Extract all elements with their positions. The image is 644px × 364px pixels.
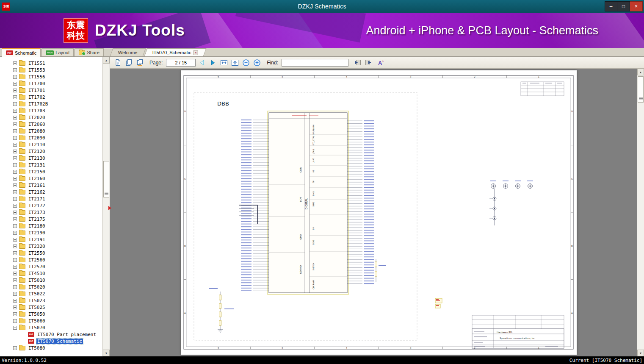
schematic-page[interactable]: 665544332211DDCCBBAADBBDIGITALCCIRLCMGPI… bbox=[181, 70, 577, 355]
tree-expander-icon[interactable]: + bbox=[13, 265, 17, 269]
tree-item-folder[interactable]: +IT1702B bbox=[0, 100, 102, 107]
fit-page-button[interactable] bbox=[230, 58, 240, 67]
tree-item-folder[interactable]: +IT1553 bbox=[0, 67, 102, 73]
tree-item-pdf[interactable]: PDFIT5070_Schematic bbox=[0, 338, 102, 345]
tree-item-folder[interactable]: +IT2173 bbox=[0, 209, 102, 216]
tree-expander-icon[interactable]: + bbox=[13, 204, 17, 208]
find-input[interactable] bbox=[282, 59, 348, 67]
tree-expander-icon[interactable]: + bbox=[13, 312, 17, 316]
find-previous-icon[interactable] bbox=[353, 58, 362, 67]
tree-item-folder[interactable]: −IT5070 bbox=[0, 324, 102, 331]
tree-expander-icon[interactable]: + bbox=[13, 75, 17, 79]
scrollbar-thumb[interactable] bbox=[103, 161, 109, 197]
tree-expander-icon[interactable]: + bbox=[13, 150, 17, 153]
tree-item-folder[interactable]: +IT2171 bbox=[0, 195, 102, 202]
tree-item-folder[interactable]: +IT4510 bbox=[0, 270, 102, 277]
tree-item-folder[interactable]: +IT2161 bbox=[0, 182, 102, 189]
tree-item-folder[interactable]: +IT2020 bbox=[0, 114, 102, 121]
page-copy-icon[interactable] bbox=[124, 58, 133, 67]
tree-expander-icon[interactable]: + bbox=[13, 82, 17, 86]
minimize-button[interactable]: – bbox=[605, 1, 617, 11]
tree-expander-icon[interactable]: + bbox=[13, 89, 17, 92]
tree-item-folder[interactable]: +IT2560 bbox=[0, 256, 102, 263]
tab-layout[interactable]: PADS Layout bbox=[41, 48, 74, 56]
tree-item-folder[interactable]: +IT2131 bbox=[0, 161, 102, 168]
tree-expander-icon[interactable]: + bbox=[13, 211, 17, 214]
tree-item-folder[interactable]: +IT2191 bbox=[0, 236, 102, 243]
tree-expander-icon[interactable]: + bbox=[13, 292, 17, 296]
page-single-icon[interactable] bbox=[113, 58, 122, 67]
tab-schematic[interactable]: PDF Schematic bbox=[2, 48, 41, 57]
previous-page-button[interactable] bbox=[197, 58, 207, 67]
tree-expander-icon[interactable]: + bbox=[13, 170, 17, 174]
tree-item-folder[interactable]: +IT1702 bbox=[0, 94, 102, 100]
tree-expander-icon[interactable]: + bbox=[13, 190, 17, 194]
tree-item-folder[interactable]: +IT5023 bbox=[0, 297, 102, 304]
tree-item-folder[interactable]: +IT5050 bbox=[0, 311, 102, 317]
tree-expander-icon[interactable]: + bbox=[13, 272, 17, 275]
tree-expander-icon[interactable]: + bbox=[13, 224, 17, 228]
tree-item-folder[interactable]: +IT2190 bbox=[0, 229, 102, 236]
tree-item-folder[interactable]: +IT2060 bbox=[0, 121, 102, 128]
tree-expander-icon[interactable]: + bbox=[13, 238, 17, 242]
tree-item-folder[interactable]: +IT2080 bbox=[0, 128, 102, 134]
tree-expander-icon[interactable]: + bbox=[13, 183, 17, 187]
tree-expander-icon[interactable]: + bbox=[13, 346, 17, 350]
fit-width-button[interactable] bbox=[219, 58, 229, 67]
tree-expander-icon[interactable]: + bbox=[13, 116, 17, 119]
tree-expander-icon[interactable]: + bbox=[13, 143, 17, 147]
tree-item-pdf[interactable]: PDFIT5070_Part placement bbox=[0, 331, 102, 338]
scroll-down-button[interactable]: ▼ bbox=[637, 350, 644, 356]
tree-expander-icon[interactable]: + bbox=[13, 285, 17, 289]
page-number-input[interactable] bbox=[166, 59, 196, 67]
tree-item-folder[interactable]: +IT5060 bbox=[0, 317, 102, 324]
tree-expander-icon[interactable]: + bbox=[13, 306, 17, 309]
tree-item-folder[interactable]: +IT2090 bbox=[0, 134, 102, 141]
tree-item-folder[interactable]: +IT1703 bbox=[0, 107, 102, 114]
tree-expander-icon[interactable]: + bbox=[13, 245, 17, 248]
tree-expander-icon[interactable]: + bbox=[13, 319, 17, 323]
tree-item-folder[interactable]: +IT2570 bbox=[0, 263, 102, 270]
maximize-button[interactable]: □ bbox=[617, 1, 630, 11]
tab-share[interactable]: Share bbox=[75, 48, 103, 56]
scroll-down-button[interactable]: ▼ bbox=[103, 350, 110, 356]
doc-tab-it5070-schematic[interactable]: IT5070_Schematic × bbox=[144, 48, 207, 56]
zoom-in-button[interactable] bbox=[252, 58, 262, 67]
tree-item-folder[interactable]: +IT1551 bbox=[0, 60, 102, 67]
page-multi-icon[interactable] bbox=[135, 58, 144, 67]
zoom-out-button[interactable] bbox=[241, 58, 251, 67]
tree-item-folder[interactable]: +IT5020 bbox=[0, 283, 102, 290]
tree-expander-icon[interactable]: + bbox=[13, 95, 17, 99]
tree-expander-icon[interactable]: + bbox=[13, 68, 17, 72]
tree-item-folder[interactable]: +IT5010 bbox=[0, 277, 102, 283]
tree-expander-icon[interactable]: − bbox=[13, 326, 17, 330]
tree-item-folder[interactable]: +IT2175 bbox=[0, 216, 102, 222]
tree-expander-icon[interactable]: + bbox=[13, 122, 17, 126]
document-scrollbar[interactable]: ▲ ▼ bbox=[637, 69, 644, 356]
tree-expander-icon[interactable]: + bbox=[13, 278, 17, 282]
tree-expander-icon[interactable]: + bbox=[13, 177, 17, 181]
tree-expander-icon[interactable]: + bbox=[13, 156, 17, 160]
tree-item-folder[interactable]: +IT2120 bbox=[0, 148, 102, 155]
tree-item-folder[interactable]: +IT5022 bbox=[0, 290, 102, 297]
tree-item-folder[interactable]: +IT2130 bbox=[0, 155, 102, 161]
tree-item-folder[interactable]: +IT2110 bbox=[0, 141, 102, 148]
tree-expander-icon[interactable]: + bbox=[13, 129, 17, 133]
tree-expander-icon[interactable]: + bbox=[13, 231, 17, 235]
splitter-collapse-arrow-icon[interactable] bbox=[108, 206, 111, 210]
doc-tab-welcome[interactable]: Welcome bbox=[110, 48, 146, 56]
tree-expander-icon[interactable]: + bbox=[13, 258, 17, 262]
tree-item-folder[interactable]: +IT5080 bbox=[0, 345, 102, 351]
tree-item-folder[interactable]: +IT2160 bbox=[0, 175, 102, 182]
scrollbar-thumb[interactable] bbox=[638, 76, 644, 103]
tree-item-folder[interactable]: +IT1700 bbox=[0, 80, 102, 87]
tree-expander-icon[interactable]: + bbox=[13, 299, 17, 303]
tree-item-folder[interactable]: +IT2162 bbox=[0, 189, 102, 195]
tree-item-folder[interactable]: +IT2550 bbox=[0, 250, 102, 256]
tree-item-folder[interactable]: +IT2180 bbox=[0, 222, 102, 229]
tree-expander-icon[interactable]: + bbox=[13, 163, 17, 167]
scroll-up-button[interactable]: ▲ bbox=[103, 57, 110, 64]
tree-item-folder[interactable]: +IT2172 bbox=[0, 202, 102, 209]
tree-item-folder[interactable]: +IT1556 bbox=[0, 73, 102, 80]
tree-item-folder[interactable]: +IT1701 bbox=[0, 87, 102, 94]
